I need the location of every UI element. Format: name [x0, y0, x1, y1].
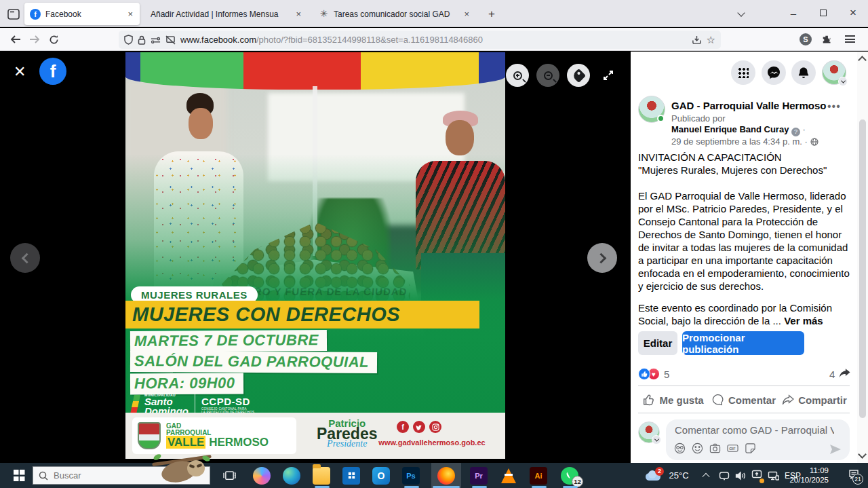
taskbar-edge[interactable]	[278, 463, 305, 488]
share-button[interactable]: Compartir	[779, 388, 850, 411]
send-comment-icon[interactable]	[829, 444, 842, 457]
see-more-link[interactable]: Ver más	[784, 315, 823, 326]
weather-widget[interactable]: 2	[642, 463, 665, 488]
fullscreen-button[interactable]	[597, 64, 620, 87]
taskbar-whatsapp[interactable]: 12	[555, 463, 585, 488]
task-view-button[interactable]	[218, 463, 240, 488]
zoom-in-button[interactable]	[506, 64, 529, 87]
page-avatar[interactable]	[638, 96, 665, 123]
taskbar-copilot[interactable]	[248, 463, 275, 488]
scroll-down-icon[interactable]	[858, 450, 867, 459]
start-button[interactable]	[7, 463, 31, 488]
bookmark-star-icon[interactable]: ☆	[707, 34, 715, 46]
window-minimize-button[interactable]: –	[778, 0, 808, 26]
apps-grid-icon[interactable]	[731, 60, 755, 85]
tray-snip-icon[interactable]	[716, 463, 732, 488]
close-photo-icon[interactable]: ✕	[14, 63, 26, 81]
taskbar-file-explorer[interactable]	[308, 463, 335, 488]
list-tabs-button[interactable]	[726, 0, 756, 26]
url-text[interactable]: www.facebook.com/photo/?fbid=68135214499…	[180, 35, 687, 45]
author-name[interactable]: Manuel Enrique Band Curay	[671, 124, 789, 134]
photo-image[interactable]: Salak RO Y FUERA DE LA CIUDAD MUJERES RU…	[125, 52, 505, 459]
photo-viewer: ✕ f	[0, 52, 631, 463]
screen: f Facebook × Añadir Actividad | Informes…	[0, 0, 868, 488]
lock-icon[interactable]	[138, 35, 146, 45]
window-close-button[interactable]: ×	[838, 0, 868, 26]
scroll-up-icon[interactable]	[858, 56, 867, 64]
notification-center[interactable]: 21	[844, 463, 864, 488]
emoji-icon[interactable]	[692, 443, 703, 454]
comment-button[interactable]: Comentar	[709, 388, 779, 411]
zoom-out-button[interactable]	[536, 64, 559, 87]
promote-post-button[interactable]: Promocionar publicación	[682, 331, 804, 355]
profile-avatar[interactable]	[822, 60, 846, 85]
tab-close-icon[interactable]: ×	[462, 9, 471, 19]
forward-button[interactable]	[26, 31, 43, 48]
composer-avatar[interactable]	[638, 421, 660, 443]
like-button[interactable]: Me gusta	[638, 388, 709, 411]
scrollbar-thumb[interactable]	[859, 119, 866, 418]
edit-button[interactable]: Editar	[638, 331, 677, 355]
tab-close-icon[interactable]: ×	[126, 9, 134, 19]
page-name[interactable]: GAD - Parroquial Valle Hermoso	[671, 100, 826, 111]
taskbar-illustrator[interactable]: Ai	[525, 463, 552, 488]
tray-expand-chevron[interactable]	[698, 463, 713, 488]
back-button[interactable]	[7, 31, 24, 48]
tag-photo-button[interactable]	[567, 64, 590, 87]
taskbar-store[interactable]	[338, 463, 365, 488]
extension-s-icon[interactable]: S	[800, 33, 812, 45]
sticker-icon[interactable]	[745, 443, 756, 454]
tab-informes[interactable]: Añadir Actividad | Informes Mensua ×	[145, 3, 308, 25]
taskbar-premiere[interactable]: Pr	[465, 463, 492, 488]
market-umbrella	[125, 52, 505, 90]
post-options-icon[interactable]: •••	[827, 100, 841, 113]
taskbar-firefox[interactable]	[431, 463, 461, 488]
page-scrollbar[interactable]	[857, 52, 868, 463]
sloth-search-highlight[interactable]	[152, 455, 212, 487]
previous-photo-button[interactable]	[10, 243, 40, 273]
poster-footer: GADPARROQUIAL VALLE HERMOSO Patricio Par…	[125, 413, 505, 459]
volume-icon[interactable]	[732, 463, 749, 488]
taskbar-clock[interactable]: 11:09 20/10/2025	[789, 466, 829, 485]
network-display-icon[interactable]	[765, 463, 781, 488]
camera-icon[interactable]	[709, 443, 721, 454]
tab-tareas[interactable]: ✳ Tareas comunicador social GAD ×	[313, 3, 476, 25]
reactions-count[interactable]: 5	[664, 369, 669, 380]
screen-share-icon[interactable]	[749, 463, 765, 488]
poster-title-banner: MUJERES CON DERECHOS	[125, 301, 479, 329]
temperature-label[interactable]: 25°C	[665, 463, 693, 488]
next-photo-button[interactable]	[587, 243, 617, 273]
new-tab-button[interactable]: +	[483, 5, 500, 23]
taskbar-vlc[interactable]	[495, 463, 522, 488]
post-date[interactable]: 29 de septiembre a las 4:34 p. m. ·	[671, 136, 818, 147]
gad-valle: VALLE	[166, 436, 205, 449]
municipality-flag-icon	[130, 395, 140, 414]
shield-icon[interactable]	[124, 35, 133, 45]
taskbar-photoshop[interactable]: Ps	[397, 463, 425, 488]
extensions-puzzle-icon[interactable]	[818, 31, 835, 48]
permissions-icon[interactable]	[151, 36, 161, 44]
tab-facebook[interactable]: f Facebook ×	[24, 3, 140, 25]
autoplay-blocked-icon[interactable]	[165, 35, 176, 45]
like-reaction-icon[interactable]	[638, 368, 650, 380]
search-input[interactable]	[54, 470, 135, 481]
gif-icon[interactable]: GIF	[727, 443, 738, 454]
taskbar-outlook[interactable]: O	[368, 463, 395, 488]
question-icon[interactable]: ?	[791, 128, 800, 136]
firefox-view-icon[interactable]	[5, 6, 22, 22]
author-line[interactable]: Manuel Enrique Band Curay ? ·	[671, 124, 806, 136]
comment-input[interactable]	[675, 424, 834, 436]
save-to-pocket-icon[interactable]	[692, 35, 702, 45]
shares-count[interactable]: 4	[829, 369, 835, 380]
tab-close-icon[interactable]: ×	[294, 9, 302, 19]
notifications-bell-icon[interactable]	[791, 60, 816, 85]
url-path: /photo/?fbid=681352144998118&set=a.11619…	[256, 35, 483, 45]
window-restore-button[interactable]	[808, 0, 838, 26]
chevron-down-icon	[838, 77, 848, 86]
messenger-icon[interactable]	[762, 60, 786, 85]
facebook-logo[interactable]: f	[39, 58, 66, 85]
reload-button[interactable]	[45, 31, 62, 48]
address-bar[interactable]: www.facebook.com/photo/?fbid=68135214499…	[119, 31, 721, 49]
menu-hamburger-icon[interactable]	[845, 35, 855, 43]
avatar-sticker-icon[interactable]	[674, 443, 686, 454]
